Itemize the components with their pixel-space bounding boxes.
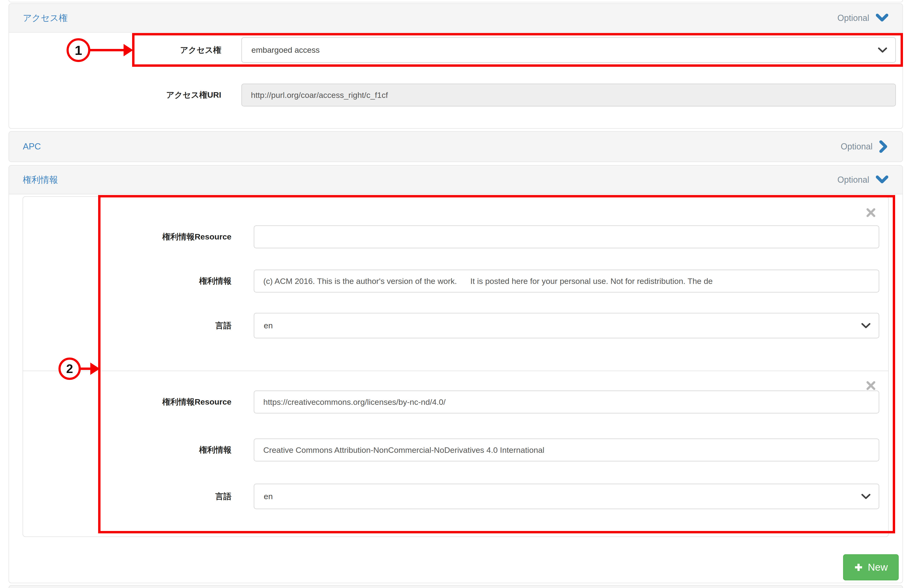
section-apc-header[interactable]: APC Optional [9, 132, 902, 162]
annotation-arrow-2-line [80, 368, 92, 370]
metadata-form-page: アクセス権 Optional アクセス権 embargoed access [0, 0, 912, 588]
annotation-rect-2 [98, 195, 895, 533]
annotation-arrow-2-head [90, 363, 100, 375]
section-title: アクセス権 [23, 12, 68, 24]
access-right-uri-row: アクセス権URI [9, 84, 899, 107]
annotation-callout-1: 1 [66, 38, 90, 62]
optional-badge: Optional [838, 13, 869, 23]
optional-badge: Optional [841, 142, 873, 152]
annotation-callout-1-number: 1 [74, 42, 82, 58]
optional-badge: Optional [838, 175, 869, 185]
annotation-arrow-1-head [124, 44, 133, 56]
chevron-down-icon [876, 175, 888, 184]
chevron-down-icon [876, 13, 888, 23]
plus-icon [854, 563, 863, 572]
section-title: APC [23, 142, 41, 152]
previous-panel-bottom-edge [8, 0, 903, 2]
section-rights-header[interactable]: 権利情報 Optional [9, 166, 902, 194]
add-new-entry-label: New [868, 562, 888, 573]
annotation-callout-2-number: 2 [66, 362, 73, 376]
access-right-uri-label: アクセス権URI [9, 90, 221, 100]
section-access-rights-header[interactable]: アクセス権 Optional [9, 4, 902, 32]
section-apc: APC Optional [8, 131, 903, 162]
annotation-arrow-1-line [90, 49, 125, 51]
section-title: 権利情報 [23, 174, 58, 186]
annotation-callout-2: 2 [58, 357, 81, 380]
annotation-rect-1 [132, 33, 903, 67]
next-panel-top-edge [8, 585, 903, 588]
access-right-uri-input [241, 84, 896, 107]
chevron-right-icon [879, 141, 888, 153]
add-new-entry-button[interactable]: New [843, 554, 899, 580]
